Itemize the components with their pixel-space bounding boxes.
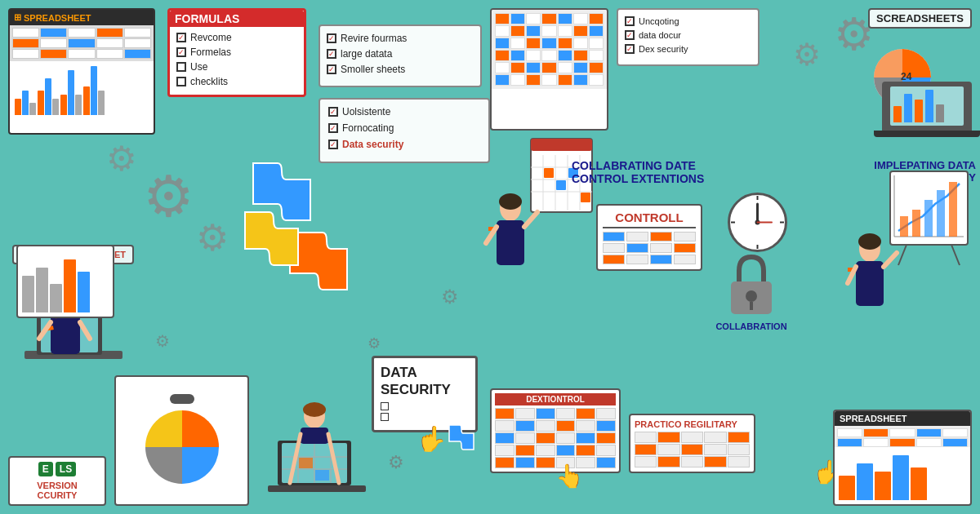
person-right-svg	[833, 159, 976, 363]
svg-rect-45	[912, 210, 920, 237]
svg-rect-21	[556, 180, 566, 190]
bottom-pie-svg	[141, 406, 223, 488]
ds-item-1	[381, 402, 469, 410]
formulas-title: FORMULAS	[170, 11, 304, 27]
formulas-item-4: checklits	[176, 76, 297, 87]
puzzle-small	[445, 421, 478, 457]
svg-line-54	[884, 253, 897, 267]
svg-rect-47	[937, 190, 945, 237]
person-typing-svg	[253, 367, 380, 506]
control-grid	[603, 232, 696, 264]
big-spreadsheet-grid	[490, 8, 608, 131]
gear-center-large: ⚙	[143, 163, 194, 230]
checkbox-2: ✓	[176, 47, 186, 57]
formulas-item-1: ✓ Revcome	[176, 32, 297, 43]
gear-top-right-small: ⚙	[793, 37, 821, 73]
dext-control-grid: DEXTIONTROL	[490, 388, 621, 473]
checkbox-4	[176, 77, 186, 86]
collab-lock-area: COLLABRATION	[710, 253, 792, 331]
dext-grid-inner	[495, 408, 616, 468]
cl1-cb-3: ✓	[327, 64, 336, 74]
laptop-chart	[890, 86, 964, 126]
svg-point-39	[746, 290, 757, 302]
tr-cb-3: ✓	[625, 44, 635, 54]
person-center-area	[466, 122, 596, 326]
ls-badge: LS	[56, 462, 76, 476]
svg-line-49	[898, 245, 906, 265]
control-clipboard: CONTROLL	[596, 204, 702, 271]
svg-line-27	[524, 212, 537, 227]
ds-cb-1	[381, 402, 389, 410]
gear-bottom-small-1: ⚙	[388, 452, 404, 473]
svg-rect-44	[900, 216, 908, 237]
spreadsheet-title-bar: ⊞ SPREADSHEET	[10, 10, 154, 25]
ds-item-2	[381, 413, 469, 421]
puzzle-area	[229, 155, 392, 318]
tr-cl-item-2: ✓ data docur	[625, 30, 751, 40]
practico-box: PRACTICO REGILITARY	[629, 414, 755, 473]
puzzle-small-svg	[445, 421, 478, 454]
svg-point-72	[303, 402, 326, 417]
cl1-item-3: ✓ Smoller sheets	[327, 64, 474, 75]
clock-area	[727, 192, 788, 256]
svg-rect-46	[924, 200, 933, 237]
chart-area	[10, 61, 154, 118]
clg-cb-3: ✓	[328, 140, 338, 149]
clg-item-2: ✓ Fornocating	[328, 122, 480, 134]
svg-rect-6	[51, 315, 80, 354]
tr-cb-2: ✓	[625, 30, 635, 40]
cursor-hand-1: 👆	[416, 424, 447, 453]
svg-rect-25	[497, 220, 524, 265]
svg-point-56	[858, 233, 881, 250]
spreadsheet-bottom-right: SPREADSHEET	[833, 410, 972, 506]
center-large-checklist: ✓ Uolsistente ✓ Fornocating ✓ Data secur…	[318, 98, 490, 163]
svg-rect-66	[315, 470, 329, 481]
spreadsheet-title: SPREADSHEET	[24, 13, 91, 23]
ds-checklist	[381, 402, 469, 421]
spreadsheet-grid	[10, 25, 154, 61]
clg-item-3: ✓ Data security	[328, 139, 480, 150]
cl1-cb-1: ✓	[327, 33, 336, 43]
gear-mid-center: ⚙	[441, 286, 459, 308]
version-security-box: E LS VERSIONCCURITY	[8, 456, 106, 506]
cl1-item-1: ✓ Revire fourmas	[327, 33, 474, 44]
br-bar-chart	[835, 447, 970, 504]
small-bar-chart-left	[16, 245, 114, 318]
svg-rect-23	[581, 193, 590, 202]
svg-rect-52	[856, 261, 884, 306]
control-title: CONTROLL	[603, 210, 696, 228]
person-typing-area	[253, 367, 380, 506]
data-security-title: DATASECURITY	[381, 365, 469, 398]
gear-bottom-small-2: ⚙	[368, 335, 381, 352]
cursor-hand-2: 👆	[555, 463, 584, 490]
checkbox-3	[176, 62, 186, 72]
formulas-box: FORMULAS ✓ Revcome ✓ Formelas Use checkl…	[167, 8, 306, 97]
gear-mid-left: ⚙	[155, 331, 170, 351]
big-grid-inner	[492, 10, 607, 89]
screadsheets-label: SCREADSHEETS	[868, 8, 972, 29]
svg-point-29	[499, 193, 522, 210]
center-checklist-1: ✓ Revire fourmas ✓ large datata ✓ Smolle…	[318, 24, 482, 87]
cl1-cb-2: ✓	[327, 49, 336, 59]
svg-rect-48	[949, 182, 957, 237]
checkbox-1: ✓	[176, 33, 186, 42]
cl1-item-2: ✓ large datata	[327, 48, 474, 60]
els-badge-area: E LS	[14, 462, 100, 476]
pie-chart-area: 24	[870, 45, 972, 143]
svg-text:24: 24	[901, 71, 912, 82]
clg-cb-2: ✓	[328, 123, 338, 133]
tr-cl-item-1: ✓ Uncqoting	[625, 16, 751, 26]
lock-svg	[723, 253, 780, 318]
dext-title: DEXTIONTROL	[495, 393, 616, 405]
practico-grid	[635, 432, 750, 467]
formulas-item-3: Use	[176, 61, 297, 73]
gear-center-small: ⚙	[196, 216, 229, 259]
clg-cb-1: ✓	[328, 107, 338, 117]
ds-cb-2	[381, 413, 389, 421]
tr-checklist: ✓ Uncqoting ✓ data docur ✓ Dex security	[617, 8, 760, 66]
laptop-base	[874, 131, 980, 137]
clg-item-1: ✓ Uolsistente	[328, 106, 480, 117]
e-badge: E	[38, 462, 53, 476]
puzzle-yellow	[237, 204, 306, 273]
svg-rect-67	[268, 485, 366, 492]
